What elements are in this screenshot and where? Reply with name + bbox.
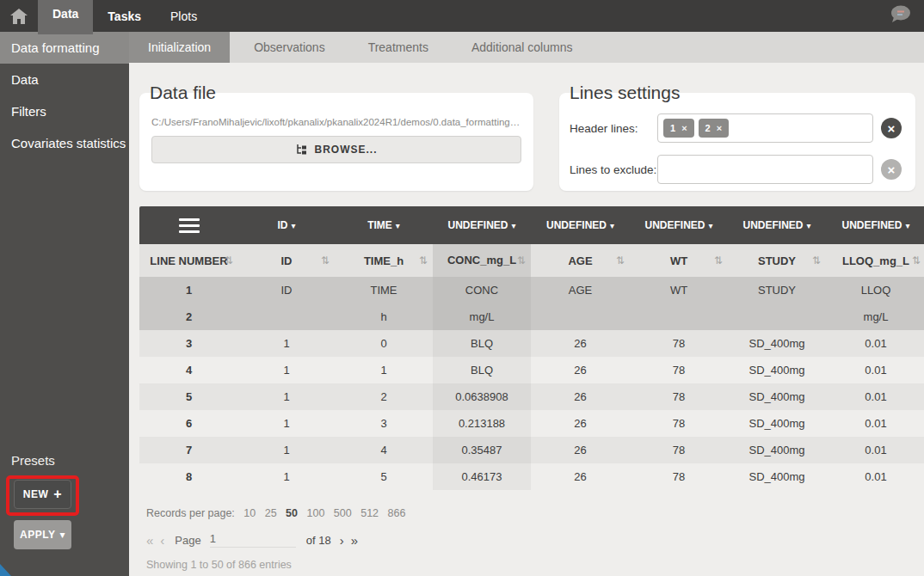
new-preset-label: NEW — [23, 488, 49, 500]
cell: 1 — [238, 463, 335, 490]
column-header-id[interactable]: ID⇅ — [238, 254, 335, 267]
new-preset-button[interactable]: NEW + — [14, 480, 71, 509]
column-type-dropdown-undefined[interactable]: UNDEFINED▾ — [531, 219, 630, 231]
header-lines-input[interactable]: 1 × 2 × — [657, 113, 873, 143]
table-row: 6 1 3 0.213188 26 78 SD_400mg 0.01 — [139, 410, 924, 437]
table-menu-button[interactable] — [179, 215, 200, 236]
tag-remove-icon[interactable]: × — [717, 123, 722, 133]
column-type-label: TIME — [367, 219, 392, 231]
cell: 0.213188 — [433, 410, 531, 437]
cell: 78 — [630, 383, 728, 410]
data-file-title: Data file — [150, 83, 533, 103]
sort-icon[interactable]: ⇅ — [321, 254, 330, 267]
sort-icon[interactable]: ⇅ — [616, 254, 625, 267]
cell: 26 — [531, 330, 630, 357]
topbar-tab-plots[interactable]: Plots — [156, 0, 212, 32]
chevron-down-icon: ▾ — [59, 529, 65, 541]
cell: 0 — [335, 330, 433, 357]
browse-button-label: BROWSE... — [314, 144, 377, 156]
lines-settings-card: Header lines: 1 × 2 × — [559, 93, 915, 191]
table-row: 3 1 0 BLQ 26 78 SD_400mg 0.01 — [139, 330, 924, 357]
home-button[interactable] — [0, 0, 38, 32]
chevron-down-icon: ▾ — [291, 221, 295, 230]
showing-entries-status: Showing 1 to 50 of 866 entries — [146, 559, 924, 571]
column-type-dropdown-id[interactable]: ID▾ — [238, 219, 335, 231]
next-page-icon[interactable]: › — [340, 533, 344, 548]
pagination-controls: « ‹ Page of 18 › » — [146, 532, 924, 548]
column-header-lloq-mg-l[interactable]: LLOQ_mg_L⇅ — [826, 254, 924, 267]
column-type-dropdown-undefined[interactable]: UNDEFINED▾ — [728, 219, 826, 231]
last-page-icon[interactable]: » — [351, 533, 358, 548]
sidebar-item-data[interactable]: Data — [0, 64, 129, 95]
column-type-label: UNDEFINED — [447, 219, 508, 231]
first-page-icon[interactable]: « — [146, 533, 153, 548]
column-header-label: WT — [670, 254, 687, 267]
sidebar: Data formatting Data Filters Covariates … — [0, 32, 129, 576]
cell: SD_400mg — [728, 383, 826, 410]
sidebar-item-data-formatting[interactable]: Data formatting — [0, 32, 129, 64]
column-type-dropdown-time[interactable]: TIME▾ — [335, 219, 433, 231]
column-type-dropdown-undefined[interactable]: UNDEFINED▾ — [630, 219, 728, 231]
sort-icon[interactable]: ⇅ — [225, 254, 233, 267]
lines-to-exclude-input[interactable] — [657, 155, 873, 184]
column-header-time-h[interactable]: TIME_h⇅ — [335, 254, 433, 267]
records-option-500[interactable]: 500 — [334, 507, 352, 519]
clear-exclude-lines-button[interactable]: × — [881, 159, 902, 180]
column-type-label: UNDEFINED — [546, 219, 607, 231]
column-header-study[interactable]: STUDY⇅ — [728, 254, 826, 267]
browse-button[interactable]: BROWSE... — [151, 136, 521, 163]
column-header-line-number[interactable]: LINE NUMBER⇅ — [139, 254, 238, 267]
cell: 0.0638908 — [433, 383, 531, 410]
column-header-age[interactable]: AGE⇅ — [531, 254, 630, 267]
previous-page-icon[interactable]: ‹ — [160, 533, 164, 548]
records-option-866[interactable]: 866 — [388, 507, 406, 519]
cell — [630, 303, 728, 330]
tab-treatments[interactable]: Treatments — [349, 32, 447, 63]
sidebar-item-filters[interactable]: Filters — [0, 95, 129, 127]
sort-icon[interactable]: ⇅ — [912, 254, 921, 267]
chat-bubble-icon — [888, 4, 912, 25]
file-tree-icon — [295, 144, 307, 156]
cell: 1 — [238, 410, 335, 437]
cell: 1 — [335, 357, 433, 383]
cell: WT — [630, 277, 728, 303]
chevron-down-icon: ▾ — [610, 221, 614, 230]
chevron-down-icon: ▾ — [905, 221, 909, 230]
chevron-down-icon: ▾ — [396, 221, 400, 230]
cell: 26 — [531, 383, 630, 410]
records-option-25[interactable]: 25 — [265, 507, 277, 519]
cell: 0.01 — [826, 357, 924, 383]
sort-icon[interactable]: ⇅ — [714, 254, 723, 267]
column-header-conc-mg-l[interactable]: CONC_mg_L⇅ — [433, 244, 531, 277]
top-navigation-bar: Data Tasks Plots — [0, 0, 924, 32]
sort-icon[interactable]: ⇅ — [517, 254, 526, 267]
page-number-input[interactable] — [210, 532, 296, 548]
records-option-10[interactable]: 10 — [243, 507, 256, 519]
feedback-chat-button[interactable] — [888, 4, 912, 28]
column-type-dropdown-undefined[interactable]: UNDEFINED▾ — [826, 219, 924, 231]
column-type-label: UNDEFINED — [644, 219, 705, 231]
cell: 78 — [630, 410, 728, 437]
column-header-wt[interactable]: WT⇅ — [630, 254, 728, 267]
sort-icon[interactable]: ⇅ — [812, 254, 821, 267]
tag-remove-icon[interactable]: × — [681, 123, 687, 133]
sort-icon[interactable]: ⇅ — [419, 254, 428, 267]
apply-preset-button[interactable]: APPLY ▾ — [14, 520, 71, 549]
tab-additional-columns[interactable]: Additional columns — [453, 32, 592, 63]
tab-observations[interactable]: Observations — [235, 32, 343, 63]
sidebar-item-covariates-statistics[interactable]: Covariates statistics — [0, 127, 129, 159]
cell: 8 — [139, 463, 238, 490]
tab-initialization[interactable]: Initialization — [129, 32, 230, 63]
records-option-50-selected[interactable]: 50 — [286, 507, 298, 519]
column-type-dropdown-undefined[interactable]: UNDEFINED▾ — [433, 219, 531, 231]
cell: mg/L — [433, 303, 531, 330]
close-icon: × — [888, 163, 896, 176]
topbar-tab-tasks[interactable]: Tasks — [93, 0, 156, 32]
cell: AGE — [531, 277, 630, 303]
records-option-100[interactable]: 100 — [307, 507, 325, 519]
records-option-512[interactable]: 512 — [360, 507, 379, 519]
clear-header-lines-button[interactable]: × — [881, 118, 902, 138]
data-table: ID▾ TIME▾ UNDEFINED▾ UNDEFINED▾ UNDEFINE… — [139, 206, 924, 490]
data-file-section: Data file C:/Users/FranoMihaljevic/lixof… — [139, 83, 533, 191]
topbar-tab-data[interactable]: Data — [38, 0, 93, 34]
